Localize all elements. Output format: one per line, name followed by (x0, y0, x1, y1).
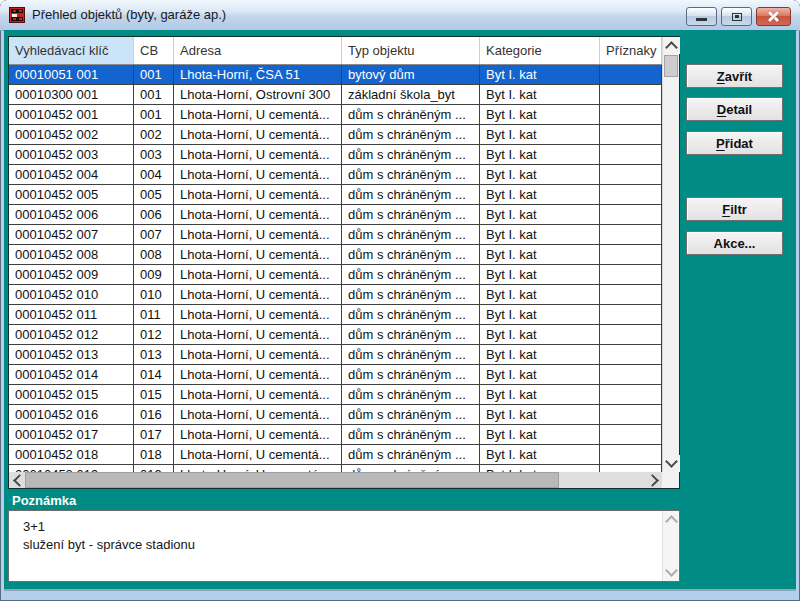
table-header: Vyhledávací klíčCBAdresaTyp objektuKateg… (9, 37, 662, 65)
table-row[interactable]: 00010452 002002Lhota-Horní, U cementá...… (9, 125, 662, 145)
window-title: Přehled objektů (byty, garáže ap.) (32, 7, 226, 22)
table-cell: 002 (134, 125, 174, 145)
scroll-right-button[interactable] (646, 472, 662, 488)
table-cell: 001 (134, 65, 174, 85)
table-cell (600, 145, 662, 165)
table-cell: 00010452 005 (9, 185, 134, 205)
chevron-right-icon (646, 474, 659, 487)
table-cell: Byt I. kat (480, 245, 600, 265)
note-line: služení byt - správce stadionu (23, 536, 655, 554)
table-row[interactable]: 00010452 009009Lhota-Horní, U cementá...… (9, 265, 662, 285)
table-cell: dům s chráněným ... (342, 205, 480, 225)
button-detail[interactable]: Detail (686, 97, 783, 121)
table-cell: Lhota-Horní, U cementá... (174, 345, 342, 365)
table-cell: 00010452 003 (9, 145, 134, 165)
table-cell: 00010452 012 (9, 325, 134, 345)
table-row[interactable]: 00010452 019019Lhota-Horní, U cementá...… (9, 465, 662, 472)
table-row[interactable]: 00010452 013013Lhota-Horní, U cementá...… (9, 345, 662, 365)
table-cell: 018 (134, 445, 174, 465)
note-scroll-up-button[interactable] (663, 511, 680, 528)
minimize-button[interactable] (686, 7, 717, 26)
table-cell: 00010452 008 (9, 245, 134, 265)
scroll-down-button[interactable] (663, 455, 680, 472)
column-header[interactable]: CB (134, 37, 174, 64)
table-cell: dům s chráněným ... (342, 385, 480, 405)
note-box[interactable]: 3+1služení byt - správce stadionu (8, 510, 680, 582)
table-row[interactable]: 00010452 010010Lhota-Horní, U cementá...… (9, 285, 662, 305)
table-row[interactable]: 00010452 015015Lhota-Horní, U cementá...… (9, 385, 662, 405)
table-row[interactable]: 00010452 005005Lhota-Horní, U cementá...… (9, 185, 662, 205)
close-button[interactable] (756, 7, 791, 26)
scroll-left-button[interactable] (9, 472, 25, 488)
table-cell: 004 (134, 165, 174, 185)
note-scroll-down-button[interactable] (663, 564, 680, 581)
table-row[interactable]: 00010300 001001Lhota-Horní, Ostrovní 300… (9, 85, 662, 105)
table-cell: dům s chráněným ... (342, 305, 480, 325)
table-row[interactable]: 00010452 018018Lhota-Horní, U cementá...… (9, 445, 662, 465)
table-cell: Lhota-Horní, U cementá... (174, 205, 342, 225)
column-header[interactable]: Kategorie (480, 37, 600, 64)
table-cell: Lhota-Horní, U cementá... (174, 445, 342, 465)
table-row[interactable]: 00010452 007007Lhota-Horní, U cementá...… (9, 225, 662, 245)
table-cell: Byt I. kat (480, 265, 600, 285)
table-cell: Lhota-Horní, U cementá... (174, 185, 342, 205)
button-pidat[interactable]: Přidat (686, 131, 783, 155)
button-akce[interactable]: Akce... (686, 231, 783, 255)
table-cell (600, 125, 662, 145)
column-header[interactable]: Typ objektu (342, 37, 480, 64)
column-header[interactable]: Příznaky (600, 37, 662, 64)
table-row[interactable]: 00010452 011011Lhota-Horní, U cementá...… (9, 305, 662, 325)
note-scrollbar[interactable] (662, 511, 679, 581)
table-row[interactable]: 00010452 004004Lhota-Horní, U cementá...… (9, 165, 662, 185)
button-zavt[interactable]: Zavřít (686, 64, 783, 88)
table-cell: dům s chráněným ... (342, 345, 480, 365)
table-cell: 00010452 009 (9, 265, 134, 285)
table-cell: dům s chráněným ... (342, 265, 480, 285)
table-cell: 019 (134, 465, 174, 472)
table-row[interactable]: 00010452 016016Lhota-Horní, U cementá...… (9, 405, 662, 425)
table-cell: Byt I. kat (480, 465, 600, 472)
table-cell: 006 (134, 205, 174, 225)
table-cell: 017 (134, 425, 174, 445)
column-header[interactable]: Vyhledávací klíč (9, 37, 134, 64)
table-cell: 009 (134, 265, 174, 285)
horizontal-scrollbar[interactable] (9, 472, 662, 488)
table-cell: dům s chráněným ... (342, 165, 480, 185)
table-row[interactable]: 00010452 017017Lhota-Horní, U cementá...… (9, 425, 662, 445)
table-row[interactable]: 00010452 006006Lhota-Horní, U cementá...… (9, 205, 662, 225)
table-cell: Lhota-Horní, U cementá... (174, 325, 342, 345)
table-cell: Lhota-Horní, U cementá... (174, 125, 342, 145)
table-cell: 00010452 001 (9, 105, 134, 125)
table-cell: Byt I. kat (480, 385, 600, 405)
table-cell (600, 385, 662, 405)
table-cell: 00010452 016 (9, 405, 134, 425)
table-row[interactable]: 00010452 003003Lhota-Horní, U cementá...… (9, 145, 662, 165)
table-cell: 00010452 010 (9, 285, 134, 305)
table-cell: Byt I. kat (480, 325, 600, 345)
table-cell: Byt I. kat (480, 165, 600, 185)
table-row[interactable]: 00010051 001001Lhota-Horní, ČSA 51bytový… (9, 65, 662, 85)
button-filtr[interactable]: Filtr (686, 197, 783, 221)
maximize-button[interactable] (721, 7, 752, 26)
table-row[interactable]: 00010452 012012Lhota-Horní, U cementá...… (9, 325, 662, 345)
table-cell: dům s chráněným ... (342, 225, 480, 245)
table-cell: bytový dům (342, 65, 480, 85)
scroll-up-button[interactable] (663, 37, 680, 54)
table-cell: 015 (134, 385, 174, 405)
column-header[interactable]: Adresa (174, 37, 342, 64)
horizontal-scroll-thumb[interactable] (25, 472, 559, 488)
chevron-down-icon (665, 455, 678, 468)
vertical-scroll-thumb[interactable] (664, 55, 678, 77)
table-cell: Byt I. kat (480, 445, 600, 465)
table-cell: 00010452 013 (9, 345, 134, 365)
table-row[interactable]: 00010452 001001Lhota-Horní, U cementá...… (9, 105, 662, 125)
table-cell (600, 85, 662, 105)
table-cell (600, 325, 662, 345)
table-panel: Vyhledávací klíčCBAdresaTyp objektuKateg… (8, 36, 680, 489)
table-cell (600, 345, 662, 365)
table-row[interactable]: 00010452 014014Lhota-Horní, U cementá...… (9, 365, 662, 385)
table-cell: dům s chráněným ... (342, 105, 480, 125)
vertical-scrollbar[interactable] (662, 37, 679, 472)
table-row[interactable]: 00010452 008008Lhota-Horní, U cementá...… (9, 245, 662, 265)
table-cell: 014 (134, 365, 174, 385)
